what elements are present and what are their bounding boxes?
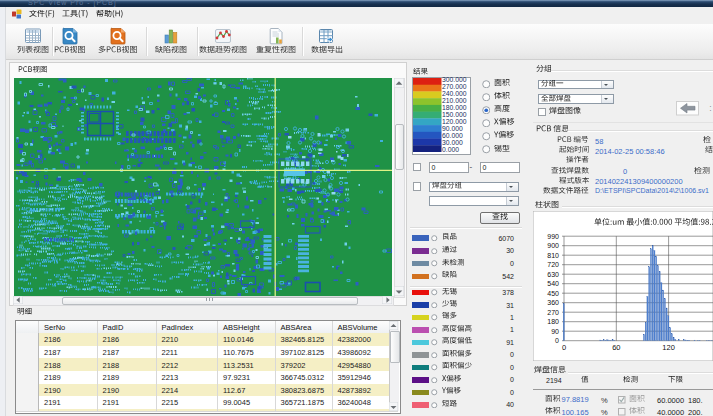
svg-text:0: 0 bbox=[562, 343, 566, 352]
svg-text:270: 270 bbox=[547, 309, 559, 316]
svg-text:810: 810 bbox=[547, 252, 559, 259]
svg-text:450: 450 bbox=[547, 290, 559, 297]
svg-text:0: 0 bbox=[555, 337, 559, 344]
svg-text:60: 60 bbox=[612, 343, 620, 352]
svg-text:900: 900 bbox=[547, 242, 559, 249]
svg-text:120: 120 bbox=[662, 343, 675, 352]
svg-text:180: 180 bbox=[547, 318, 559, 325]
svg-text:630: 630 bbox=[547, 271, 559, 278]
svg-text:360: 360 bbox=[547, 299, 559, 306]
svg-text:720: 720 bbox=[547, 261, 559, 268]
svg-text:540: 540 bbox=[547, 280, 559, 287]
svg-text:90: 90 bbox=[551, 328, 559, 335]
svg-text:990: 990 bbox=[547, 233, 559, 240]
